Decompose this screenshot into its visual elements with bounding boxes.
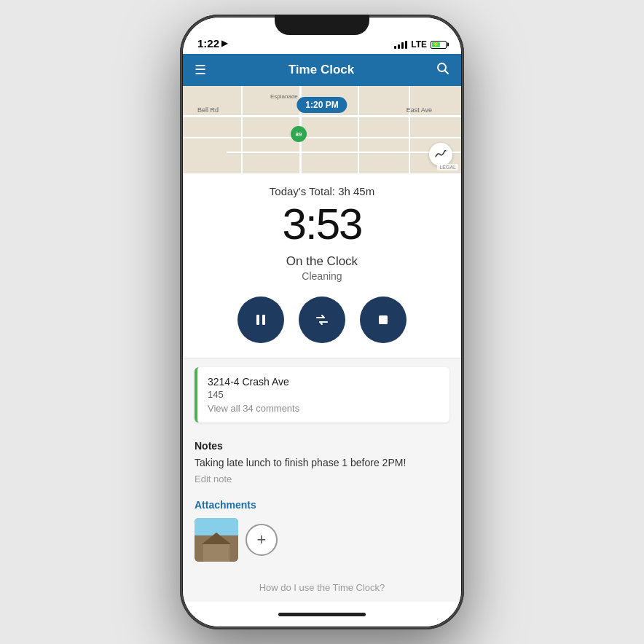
signal-bar-4 — [405, 41, 407, 49]
map-road — [183, 115, 461, 117]
notes-section: Notes Taking late lunch to finish phase … — [183, 431, 461, 493]
chart-icon[interactable] — [429, 143, 452, 166]
status-icons: LTE ⚡ — [394, 39, 447, 50]
job-address: 3214-4 Crash Ave — [208, 376, 439, 388]
signal-bar-2 — [398, 44, 400, 49]
job-number: 145 — [208, 389, 439, 400]
signal-bar-3 — [401, 42, 404, 49]
battery-bolt: ⚡ — [433, 42, 439, 48]
job-comments-link[interactable]: View all 34 comments — [208, 403, 439, 414]
map-road — [409, 86, 410, 173]
map-road — [227, 152, 461, 153]
svg-rect-2 — [256, 315, 259, 325]
phone-frame: 1:22 ▶ LTE ⚡ ☰ Time Clock — [180, 15, 464, 629]
map-road — [358, 86, 359, 173]
todays-total: Today's Total: 3h 45m — [197, 185, 447, 197]
job-card[interactable]: 3214-4 Crash Ave 145 View all 34 comment… — [195, 367, 449, 423]
attachment-thumbnail[interactable] — [195, 518, 238, 562]
add-attachment-button[interactable]: + — [246, 524, 278, 556]
clock-status: On the Clock — [197, 254, 447, 269]
attachment-image — [195, 518, 238, 562]
location-icon: ▶ — [221, 39, 227, 48]
map-label-esplanade: Esplanade — [270, 93, 298, 100]
signal-bars — [394, 41, 407, 49]
timer-section: Today's Total: 3h 45m 3:53 On the Clock … — [183, 173, 461, 358]
notes-text: Taking late lunch to finish phase 1 befo… — [195, 456, 449, 471]
svg-line-1 — [444, 70, 448, 74]
timer-clock-display: 3:53 — [197, 200, 447, 248]
attachments-section: Attachments + — [183, 493, 461, 570]
lte-label: LTE — [411, 39, 427, 50]
nav-title: Time Clock — [288, 63, 354, 77]
control-buttons — [197, 297, 447, 343]
signal-bar-1 — [394, 46, 396, 49]
svg-rect-4 — [379, 315, 388, 324]
map-time-pill: 1:20 PM — [297, 97, 347, 113]
notes-title: Notes — [195, 440, 449, 452]
edit-note-button[interactable]: Edit note — [195, 474, 449, 484]
map-road — [183, 137, 461, 138]
attachments-grid: + — [195, 518, 449, 562]
battery-icon: ⚡ — [431, 41, 447, 49]
switch-button[interactable] — [299, 297, 345, 343]
search-icon[interactable] — [436, 62, 449, 79]
phone-inner: 1:22 ▶ LTE ⚡ ☰ Time Clock — [183, 17, 461, 627]
map-background: Bell Rd East Ave Esplanade 89 1:20 PM LE… — [183, 86, 461, 173]
notch — [275, 15, 369, 35]
clock-activity: Cleaning — [197, 270, 447, 282]
map-area: Bell Rd East Ave Esplanade 89 1:20 PM LE… — [183, 86, 461, 173]
status-time: 1:22 ▶ — [197, 37, 227, 50]
time-display: 1:22 — [197, 37, 219, 50]
attachments-title: Attachments — [195, 499, 449, 511]
main-content: Today's Total: 3h 45m 3:53 On the Clock … — [183, 173, 461, 602]
map-route-badge: 89 — [291, 126, 307, 142]
map-road — [241, 86, 243, 173]
stop-button[interactable] — [360, 297, 407, 343]
home-bar — [278, 613, 366, 616]
pause-button[interactable] — [237, 297, 284, 343]
menu-icon[interactable]: ☰ — [195, 62, 206, 78]
help-text[interactable]: How do I use the Time Clock? — [183, 570, 461, 602]
nav-bar: ☰ Time Clock — [183, 54, 461, 86]
svg-rect-3 — [262, 315, 265, 325]
map-label-east: East Ave — [407, 106, 432, 114]
map-label-bell: Bell Rd — [197, 106, 219, 114]
home-indicator — [183, 602, 461, 627]
map-legal-label: LEGAL — [437, 164, 458, 170]
